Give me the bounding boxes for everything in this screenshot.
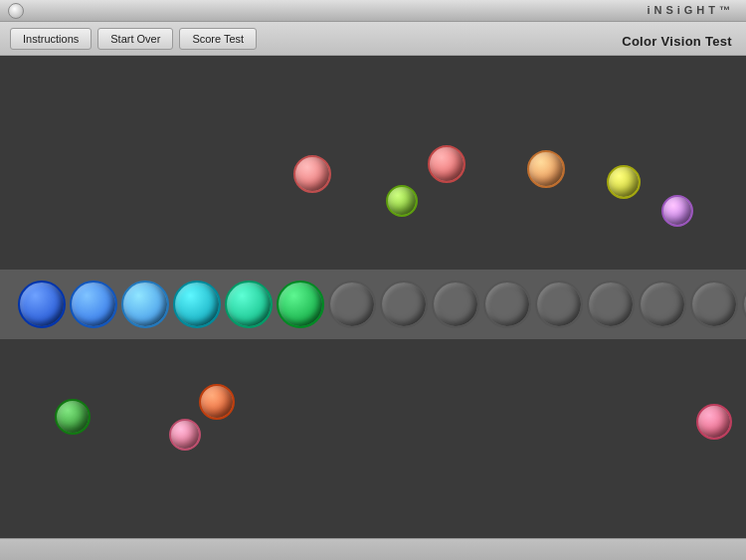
lower-ball-lb1[interactable] [55, 399, 91, 435]
upper-ball-b1[interactable] [293, 155, 331, 193]
selector-ball-s5[interactable] [225, 280, 273, 328]
selector-ball-s9[interactable] [432, 280, 479, 328]
instructions-button[interactable]: Instructions [10, 28, 92, 50]
start-over-button[interactable]: Start Over [97, 28, 173, 50]
selector-ball-s14[interactable] [690, 280, 738, 328]
main-content [0, 56, 746, 560]
upper-ball-b6[interactable] [661, 195, 693, 227]
upper-area [0, 56, 746, 270]
selector-ball-s6[interactable] [277, 280, 324, 328]
selector-ball-s3[interactable] [121, 280, 169, 328]
selector-ball-s1[interactable] [18, 280, 66, 328]
upper-ball-b2[interactable] [428, 145, 466, 183]
selector-ball-s11[interactable] [535, 280, 583, 328]
selector-ball-s15[interactable] [742, 280, 746, 328]
app: iNSiGHT™ Instructions Start Over Score T… [0, 0, 746, 560]
lower-ball-lb2[interactable] [199, 384, 235, 420]
selector-strip [0, 270, 746, 339]
lower-ball-lb3[interactable] [169, 419, 201, 451]
lower-ball-lb4[interactable] [696, 404, 732, 440]
selector-ball-s2[interactable] [70, 280, 117, 328]
upper-ball-b4[interactable] [607, 165, 641, 199]
test-title: Color Vision Test [622, 34, 732, 49]
lower-area [0, 339, 746, 560]
window-icon [8, 3, 24, 19]
selector-ball-s10[interactable] [483, 280, 531, 328]
toolbar: Instructions Start Over Score Test Color… [0, 22, 746, 56]
title-bar: iNSiGHT™ [0, 0, 746, 22]
selector-ball-s13[interactable] [639, 280, 686, 328]
selector-ball-s8[interactable] [380, 280, 428, 328]
upper-ball-b3[interactable] [527, 150, 565, 188]
selector-ball-s12[interactable] [587, 280, 635, 328]
insight-logo: iNSiGHT™ [647, 4, 734, 16]
score-test-button[interactable]: Score Test [179, 28, 257, 50]
bottom-bar [0, 538, 746, 560]
selector-ball-s4[interactable] [173, 280, 221, 328]
upper-ball-b5[interactable] [386, 185, 418, 217]
selector-ball-s7[interactable] [328, 280, 376, 328]
